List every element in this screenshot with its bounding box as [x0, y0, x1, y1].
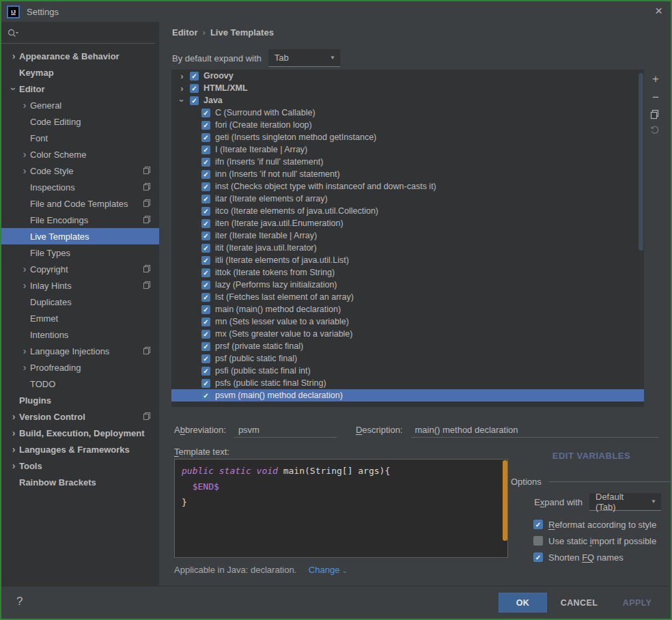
- sidebar-item-proofreading[interactable]: Proofreading: [1, 359, 159, 376]
- sidebar-item-keymap[interactable]: Keymap: [1, 64, 159, 81]
- sidebar-item-inspections[interactable]: Inspections: [1, 179, 159, 195]
- cancel-button[interactable]: CANCEL: [555, 593, 604, 612]
- chevron-right-icon[interactable]: [19, 346, 30, 356]
- template-row-iten[interactable]: ✓iten (Iterate java.util.Enumeration): [171, 217, 644, 229]
- checkbox[interactable]: ✓: [201, 342, 210, 351]
- checkbox[interactable]: ✓: [201, 354, 210, 363]
- checkbox[interactable]: ✓: [201, 305, 210, 314]
- chevron-right-icon[interactable]: [8, 412, 19, 421]
- sidebar-item-intentions[interactable]: Intentions: [1, 326, 159, 343]
- template-row-groovy[interactable]: ✓Groovy: [171, 70, 644, 82]
- checkbox[interactable]: ✓: [201, 170, 210, 179]
- chevron-right-icon[interactable]: [19, 100, 30, 110]
- checkbox[interactable]: ✓: [201, 145, 210, 154]
- sidebar-item-todo[interactable]: TODO: [1, 376, 159, 392]
- editor-scrollbar[interactable]: [503, 460, 507, 541]
- apply-button[interactable]: APPLY: [613, 593, 661, 612]
- option-shorten-fq-names[interactable]: ✓Shorten FQ names: [533, 549, 672, 565]
- template-row-geti[interactable]: ✓geti (Inserts singleton method getInsta…: [171, 131, 644, 143]
- checkbox[interactable]: ✓: [201, 281, 210, 290]
- template-row-itit[interactable]: ✓itit (Iterate java.util.Iterator): [171, 242, 644, 254]
- checkbox[interactable]: ✓: [201, 121, 210, 130]
- sidebar-item-general[interactable]: General: [1, 97, 159, 113]
- checkbox[interactable]: ✓: [201, 195, 210, 203]
- sidebar-item-emmet[interactable]: Emmet: [1, 310, 159, 326]
- sidebar-item-live-templates[interactable]: Live Templates: [1, 228, 159, 244]
- template-row-iter[interactable]: ✓iter (Iterate Iterable | Array): [171, 229, 644, 242]
- sidebar-item-language-injections[interactable]: Language Injections: [1, 343, 159, 359]
- description-input[interactable]: main() method declaration: [411, 425, 658, 438]
- checkbox[interactable]: ✓: [201, 219, 210, 228]
- sidebar-item-editor[interactable]: Editor: [1, 81, 159, 97]
- chevron-right-icon[interactable]: [8, 445, 19, 454]
- checkbox[interactable]: ✓: [201, 256, 210, 265]
- chevron-right-icon[interactable]: [19, 150, 30, 159]
- template-row-main[interactable]: ✓main (main() method declaration): [171, 303, 644, 315]
- option-reformat-according-to-style[interactable]: ✓Reformat according to style: [533, 516, 672, 533]
- template-row-psvm[interactable]: ✓psvm (main() method declaration): [171, 389, 644, 401]
- sidebar-item-duplicates[interactable]: Duplicates: [1, 294, 159, 310]
- template-row-mx[interactable]: ✓mx (Sets greater value to a variable): [171, 328, 644, 340]
- template-row-psfi[interactable]: ✓psfi (public static final int): [171, 365, 644, 377]
- sidebar-item-font[interactable]: Font: [1, 130, 159, 146]
- sidebar-item-inlay-hints[interactable]: Inlay Hints: [1, 277, 159, 294]
- help-icon[interactable]: ?: [16, 595, 23, 608]
- checkbox[interactable]: ✓: [201, 367, 210, 376]
- sidebar-item-file-types[interactable]: File Types: [1, 244, 159, 261]
- sidebar-item-appearance-behavior[interactable]: Appearance & Behavior: [1, 48, 159, 64]
- checkbox[interactable]: ✓: [201, 268, 210, 277]
- checkbox[interactable]: ✓: [201, 244, 210, 253]
- template-row-itco[interactable]: ✓itco (Iterate elements of java.util.Col…: [171, 205, 644, 217]
- checkbox[interactable]: ✓: [201, 133, 210, 142]
- template-row-htmlxml[interactable]: ✓HTML/XML: [171, 82, 644, 94]
- template-row-inst[interactable]: ✓inst (Checks object type with instanceo…: [171, 180, 644, 193]
- chevron-down-icon[interactable]: [177, 96, 187, 105]
- template-row-psfs[interactable]: ✓psfs (public static final String): [171, 377, 644, 389]
- close-icon[interactable]: ×: [655, 3, 662, 18]
- sidebar-item-file-encodings[interactable]: File Encodings: [1, 212, 159, 228]
- checkbox[interactable]: ✓: [201, 330, 210, 339]
- option-use-static-import-if-possible[interactable]: Use static import if possible: [533, 533, 672, 549]
- chevron-right-icon[interactable]: [19, 281, 30, 290]
- sidebar-item-file-and-code-templates[interactable]: File and Code Templates: [1, 195, 159, 212]
- sidebar-item-version-control[interactable]: Version Control: [1, 408, 159, 425]
- chevron-right-icon[interactable]: [177, 72, 187, 81]
- sidebar-item-languages-frameworks[interactable]: Languages & Frameworks: [1, 441, 159, 457]
- checkbox[interactable]: ✓: [201, 318, 210, 326]
- sidebar-item-tools[interactable]: Tools: [1, 457, 159, 474]
- chevron-right-icon[interactable]: [19, 166, 30, 175]
- sidebar-item-copyright[interactable]: Copyright: [1, 261, 159, 277]
- chevron-right-icon[interactable]: [8, 51, 19, 61]
- template-row-mn[interactable]: ✓mn (Sets lesser value to a variable): [171, 315, 644, 328]
- chevron-right-icon[interactable]: [19, 264, 30, 274]
- checkbox[interactable]: ✓: [190, 84, 199, 93]
- chevron-down-icon[interactable]: [8, 84, 19, 94]
- checkbox[interactable]: ✓: [190, 96, 199, 105]
- edit-variables-button[interactable]: EDIT VARIABLES: [511, 451, 672, 461]
- checkbox[interactable]: ✓: [201, 379, 210, 388]
- abbreviation-input[interactable]: psvm: [234, 425, 337, 438]
- chevron-right-icon[interactable]: [8, 428, 19, 438]
- change-link[interactable]: Change ⌄: [309, 565, 348, 575]
- chevron-right-icon[interactable]: [19, 363, 30, 372]
- expand-with-dropdown[interactable]: Default (Tab) ▼: [589, 493, 661, 511]
- checkbox[interactable]: ✓: [533, 520, 543, 529]
- revert-icon[interactable]: [649, 125, 662, 135]
- sidebar-item-color-scheme[interactable]: Color Scheme: [1, 146, 159, 163]
- chevron-right-icon[interactable]: [177, 84, 187, 93]
- template-row-itar[interactable]: ✓itar (Iterate elements of array): [171, 193, 644, 205]
- ok-button[interactable]: OK: [499, 593, 547, 612]
- sidebar-item-rainbow-brackets[interactable]: Rainbow Brackets: [1, 474, 159, 490]
- checkbox[interactable]: ✓: [190, 72, 199, 81]
- template-row-c[interactable]: ✓C (Surround with Callable): [171, 107, 644, 119]
- template-row-itli[interactable]: ✓itli (Iterate elements of java.util.Lis…: [171, 254, 644, 266]
- sidebar-item-plugins[interactable]: Plugins: [1, 392, 159, 408]
- sidebar-item-code-editing[interactable]: Code Editing: [1, 113, 159, 130]
- checkbox[interactable]: ✓: [201, 109, 210, 117]
- template-row-lazy[interactable]: ✓lazy (Performs lazy initialization): [171, 279, 644, 291]
- template-text-editor[interactable]: public static void main(String[] args){ …: [174, 459, 508, 558]
- checkbox[interactable]: ✓: [201, 293, 210, 302]
- template-row-psf[interactable]: ✓psf (public static final): [171, 352, 644, 365]
- template-row-prsf[interactable]: ✓prsf (private static final): [171, 340, 644, 352]
- template-row-java[interactable]: ✓Java: [171, 94, 644, 107]
